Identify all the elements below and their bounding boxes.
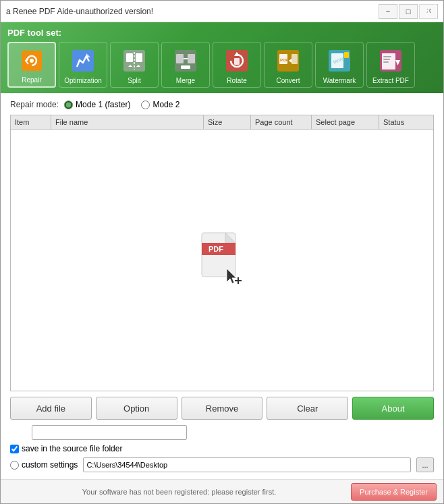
file-table-header: Item File name Size Page count Select pa… [11,115,433,130]
toolbar-label: PDF tool set: [7,28,418,38]
svg-rect-22 [344,52,349,58]
svg-rect-6 [136,53,142,62]
purchase-register-button[interactable]: Purchase & Register [351,483,437,501]
col-filename: File name [51,115,204,129]
pdf-drop-hint: PDF [198,231,246,289]
toolbar: PDF tool set: Repair [1,22,443,93]
save-source-checkbox[interactable]: save in the source file folder [10,444,122,453]
svg-rect-10 [188,54,195,63]
repair-icon [17,46,47,75]
toolbar-tools: Repair Optimization [7,42,418,88]
option-button[interactable]: Option [96,397,177,420]
tool-repair-label: Repair [22,76,41,84]
status-bar: Your software has not been registered: p… [1,479,443,503]
convert-icon: PDF [273,46,303,76]
svg-rect-11 [181,65,190,69]
svg-point-1 [30,59,34,63]
rotate-icon [222,46,252,76]
svg-rect-26 [383,59,390,60]
save-source-label: save in the source file folder [22,444,122,453]
col-pagecount: Page count [251,115,312,129]
tool-extract-pdf[interactable]: Extract PDF [366,42,415,88]
tool-watermark-label: Watermark [323,77,356,84]
repair-mode-options: Mode 1 (faster) Mode 2 [64,100,179,109]
repair-mode-option-2-label: Mode 2 [152,100,179,109]
split-icon [119,46,149,76]
svg-rect-25 [383,56,391,57]
action-buttons: Add file Option Remove Clear About [10,397,434,420]
remove-button[interactable]: Remove [182,397,263,420]
col-status: Status [379,115,433,129]
col-selectpage: Select page [312,115,379,129]
output-section: save in the source file folder custom se… [10,425,434,472]
repair-mode-radio-2[interactable] [141,101,150,109]
svg-rect-27 [383,61,389,63]
tool-extract-pdf-label: Extract PDF [372,77,409,84]
repair-mode-option-1-label: Mode 1 (faster) [76,100,130,109]
help-button[interactable]: ? [418,3,437,22]
custom-settings-row: custom settings ... [10,457,434,472]
title-bar: a Renee PDF Aide-unauthorized version! −… [1,1,443,22]
optimization-icon [68,46,98,76]
col-item: Item [11,115,51,129]
output-text-field[interactable] [32,425,187,440]
svg-rect-9 [176,54,184,63]
col-size: Size [204,115,251,129]
custom-settings-label: custom settings [22,460,78,470]
svg-text:PDF: PDF [209,245,223,253]
tool-split[interactable]: Split [110,42,159,88]
tool-repair[interactable]: Repair [7,42,56,88]
maximize-button[interactable]: □ [399,4,418,19]
custom-settings-radio[interactable]: custom settings [10,460,78,470]
tool-rotate[interactable]: Rotate [213,42,261,88]
tool-optimization-label: Optimization [64,77,102,84]
tool-split-label: Split [128,77,140,84]
tool-watermark[interactable]: MARK Watermark [315,42,364,88]
tool-convert-label: Convert [276,77,300,84]
tool-merge-label: Merge [176,77,195,84]
custom-path-input[interactable] [83,457,411,472]
main-content: Repair mode: Mode 1 (faster) Mode 2 Item… [1,93,443,479]
repair-mode-radio-1[interactable] [64,101,73,109]
svg-text:PDF: PDF [280,58,288,62]
status-message: Your software has not been registered: p… [7,488,351,496]
save-source-check[interactable] [10,445,19,453]
tool-merge[interactable]: Merge [161,42,210,88]
minimize-button[interactable]: − [379,4,397,19]
extract-pdf-icon [376,46,406,76]
repair-mode-row: Repair mode: Mode 1 (faster) Mode 2 [10,100,434,109]
repair-mode-option-1[interactable]: Mode 1 (faster) [64,100,130,109]
merge-icon [171,46,200,76]
file-table: Item File name Size Page count Select pa… [10,115,434,391]
about-button[interactable]: About [352,397,434,420]
browse-button[interactable]: ... [416,457,434,472]
window-title: a Renee PDF Aide-unauthorized version! [6,7,379,16]
svg-rect-2 [72,50,94,72]
watermark-icon: MARK [325,46,354,76]
custom-settings-radio-input[interactable] [10,461,19,470]
tool-convert[interactable]: PDF Convert [264,42,312,88]
output-row-2: save in the source file folder [10,444,434,453]
tool-rotate-label: Rotate [227,77,246,84]
svg-rect-18 [292,54,298,64]
main-window: a Renee PDF Aide-unauthorized version! −… [0,0,444,504]
tool-optimization[interactable]: Optimization [59,42,107,88]
svg-rect-35 [238,277,239,284]
svg-rect-14 [234,58,240,65]
clear-button[interactable]: Clear [267,397,348,420]
repair-mode-label: Repair mode: [10,100,59,109]
file-table-body[interactable]: PDF [11,130,433,391]
output-row-1 [10,425,434,440]
add-file-button[interactable]: Add file [10,397,92,420]
repair-mode-option-2[interactable]: Mode 2 [141,100,179,109]
svg-rect-5 [126,53,133,62]
